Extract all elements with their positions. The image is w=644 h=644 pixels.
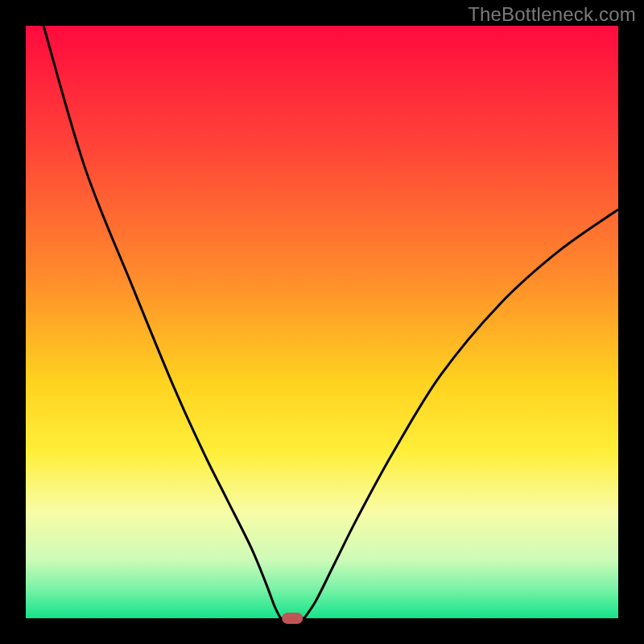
plot-background: [26, 26, 618, 618]
chart-frame: TheBottleneck.com: [0, 0, 644, 644]
optimum-marker: [282, 613, 303, 624]
watermark-text: TheBottleneck.com: [468, 3, 636, 26]
bottleneck-chart: [0, 0, 644, 644]
